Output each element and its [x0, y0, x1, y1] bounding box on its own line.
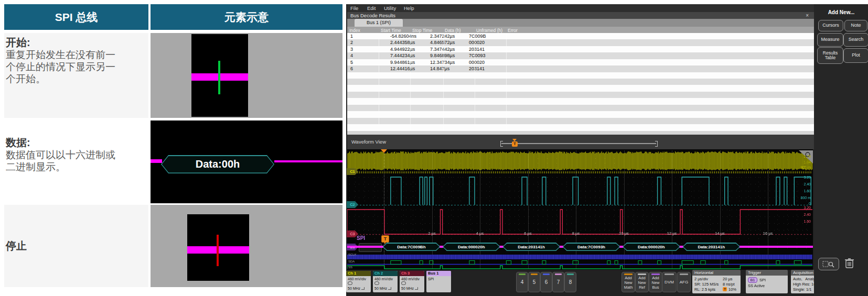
channel-badge-ch2[interactable]: Ch 2 460 mV/div 50 MHz [373, 271, 398, 292]
ch1-bandwidth: 50 MHz [348, 287, 360, 290]
panel-divider[interactable] [347, 131, 814, 135]
horizontal-title: Horizontal [692, 270, 741, 276]
digital-channel-button-7[interactable]: 7 [552, 272, 564, 292]
bus1-label: Bus 1 [426, 271, 451, 276]
table-cell: 000020 [469, 40, 485, 45]
afg-label: AFG [678, 280, 690, 284]
slider-right-bracket[interactable] [655, 141, 658, 147]
table-cell: 7C0093 [469, 53, 486, 58]
tab-bus1-spi[interactable]: Bus 1 (SPI) [355, 19, 403, 27]
col-index: Index [349, 28, 360, 33]
slider-trigger-marker[interactable]: T [512, 141, 518, 147]
zoom-mode-button[interactable] [818, 258, 839, 270]
row-start-line: 个开始。 [6, 73, 115, 85]
table-row[interactable]: 1-54.82604ns2.347242µs7C009B [347, 33, 814, 39]
badge-ch1[interactable]: C1 [347, 168, 358, 175]
results-panel-title: Bus Decode Results [350, 12, 395, 19]
menu-edit[interactable]: Edit [367, 5, 376, 11]
time-label: 16 µs [763, 231, 773, 236]
trigger-stem [384, 242, 385, 244]
stop-symbol-figure [151, 205, 342, 287]
trigger-panel[interactable]: Trigger B1 SPI SS Active [746, 270, 788, 293]
table-row[interactable]: 47.444234µs9.846898µs7C0093 [347, 52, 814, 59]
overview-slider[interactable] [501, 143, 656, 144]
table-row[interactable] [347, 118, 814, 124]
digital-channel-button-5[interactable]: 5 [528, 272, 540, 292]
table-row[interactable] [347, 72, 814, 79]
table-row[interactable] [347, 105, 814, 111]
channel-badge-ch3[interactable]: Ch 3 460 mV/div 50 MHz [400, 271, 424, 292]
bus-trigger-marker[interactable]: T [381, 235, 389, 243]
digital-channel-button-6[interactable]: 6 [540, 272, 552, 292]
table-cell: 5 [350, 60, 353, 65]
ch3-bandwidth: 50 MHz [401, 287, 414, 290]
digital-channel-button-8[interactable]: 8 [564, 272, 576, 292]
table-row[interactable]: 612.44416µs14.847µs203141 [347, 65, 814, 72]
table-row[interactable] [347, 111, 814, 117]
bus-line-right [274, 160, 342, 162]
table-row[interactable]: 22.444358µs4.846572µs000020 [347, 39, 814, 46]
add-search-button[interactable]: Search [843, 33, 868, 47]
col-stop: Stop Time [412, 28, 432, 33]
table-row[interactable] [347, 98, 814, 104]
time-label: 14 µs [715, 231, 725, 236]
menu-utility[interactable]: Utility [384, 5, 396, 11]
table-row[interactable]: 34.944922µs7.347442µs203141 [347, 46, 814, 52]
menu-file[interactable]: File [350, 5, 358, 11]
h-scale: 2 µs/div [694, 277, 708, 281]
row-start-line: 个停止的情况下显示另一 [6, 61, 115, 73]
horizontal-panel[interactable]: Horizontal 2 µs/div 20 µs SR: 125 MS/s 8… [692, 270, 741, 293]
column-divider [475, 33, 475, 131]
table-row[interactable] [347, 79, 814, 85]
table-cell: 000020 [469, 60, 485, 65]
badge-ch2[interactable]: C2 [347, 201, 358, 208]
trigger-position-icon[interactable] [381, 149, 387, 153]
row-stop-title: 停止 [6, 239, 27, 252]
ch1-scale-label: 2.76 [803, 155, 811, 158]
add-plot-button[interactable]: Plot [843, 48, 868, 63]
add-cursors-button[interactable]: Cursors [818, 20, 843, 31]
h-position: 10% [728, 287, 736, 292]
dvm-button[interactable]: DVM [662, 272, 677, 292]
bus-data-frame-label: Data:7C009Bh [397, 245, 425, 249]
add-results-table-button[interactable]: Results Table [817, 47, 843, 64]
table-row[interactable] [347, 124, 814, 130]
table-row[interactable] [347, 85, 814, 91]
results-table-body[interactable]: 1-54.82604ns2.347242µs7C009B22.444358µs4… [347, 33, 814, 131]
table-cell: 2.444358µs [390, 40, 415, 45]
menu-bar: File Edit Utility Help [347, 4, 814, 12]
table-row[interactable] [347, 92, 814, 98]
table-header-spi-bus: SPI 总线 [4, 4, 148, 30]
time-label: 12 µs [667, 231, 677, 236]
add-note-button[interactable]: Note [844, 20, 867, 31]
h-samplerate: SR: 125 MS/s [694, 282, 719, 287]
table-row[interactable]: 59.944861µs12.34734µs000020 [347, 59, 814, 65]
table-cell: 4.846572µs [430, 40, 455, 45]
menu-help[interactable]: Help [404, 5, 414, 11]
header-label: 元素示意 [224, 10, 269, 25]
close-icon[interactable]: × [806, 12, 809, 19]
table-cell: 2.347242µs [430, 34, 455, 39]
bus-collapsed-box[interactable]: — [359, 243, 382, 252]
ch3-scale: 460 mV/div [401, 277, 420, 281]
table-cell: 14.847µs [430, 66, 449, 71]
add-measure-button[interactable]: Measure [817, 33, 843, 47]
add-new-bus-button[interactable]: AddNewBus [649, 272, 662, 292]
col-error: Error [508, 28, 518, 33]
delete-button[interactable] [842, 257, 857, 269]
box-zoom-icon [822, 260, 835, 268]
add-new-math-button[interactable]: AddNewMath [621, 272, 635, 292]
add-new-ref-button[interactable]: AddNewRef [635, 272, 649, 292]
channel-badge-bus1[interactable]: Bus 1 SPI [426, 271, 451, 292]
table-cell: 203141 [469, 66, 485, 71]
slider-left-bracket[interactable] [500, 141, 503, 147]
column-divider [410, 33, 411, 131]
trigger-detail: SS Active [748, 283, 765, 288]
afg-button[interactable]: AFG [677, 272, 691, 292]
channel-badge-ch1[interactable]: Ch 1 460 mV/div 50 MHz [346, 271, 371, 292]
table-cell: 7.347442µs [430, 47, 455, 52]
screenshot-root: SPI 总线 元素示意 开始: 重复开始发生在没有前一 个停止的情况下显示另一 … [0, 0, 868, 296]
col-unframed: Unframed (h) [476, 28, 502, 33]
digital-channel-button-4[interactable]: 4 [516, 272, 528, 292]
waveform-view-title: Waveform View [351, 139, 386, 145]
